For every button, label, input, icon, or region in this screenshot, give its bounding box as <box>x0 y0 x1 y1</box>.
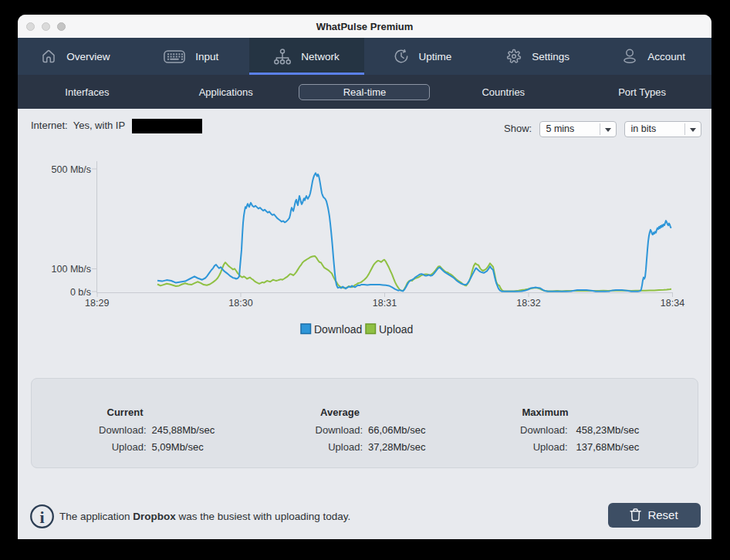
svg-text:18:30: 18:30 <box>228 298 252 309</box>
svg-text:Download: Download <box>314 323 362 336</box>
svg-text:0 b/s: 0 b/s <box>70 287 91 298</box>
svg-text:18:34: 18:34 <box>661 298 684 309</box>
svg-text:18:31: 18:31 <box>373 298 397 309</box>
svg-text:i: i <box>39 508 44 527</box>
svg-text:18:32: 18:32 <box>516 298 540 309</box>
svg-text:18:29: 18:29 <box>85 298 109 309</box>
svg-text:500 Mb/s: 500 Mb/s <box>52 164 91 175</box>
svg-text:Upload: Upload <box>379 323 413 336</box>
svg-text:100 Mb/s: 100 Mb/s <box>52 264 91 275</box>
